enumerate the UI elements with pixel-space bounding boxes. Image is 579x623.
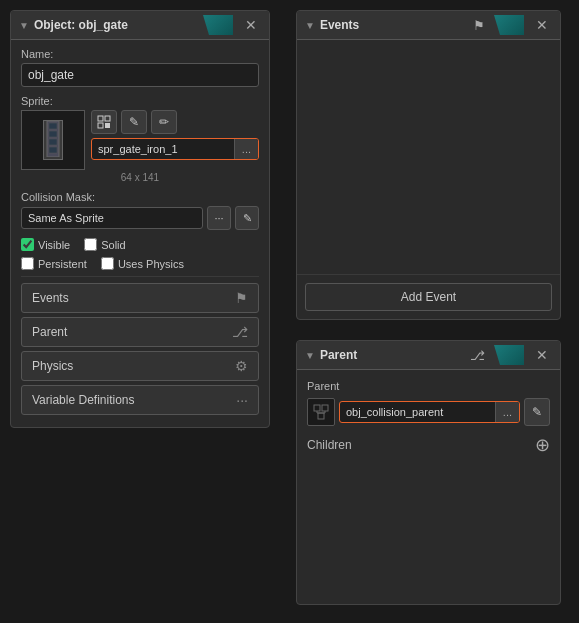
events-panel-close-button[interactable]: ✕ — [532, 16, 552, 34]
parent-edit-button[interactable]: ✎ — [524, 398, 550, 426]
parent-panel-title: ▼ Parent — [305, 348, 357, 362]
add-event-area: Add Event — [297, 274, 560, 319]
sprite-thumb-graphic — [43, 120, 63, 160]
parent-panel-header-icons: ⎇ ✕ — [467, 345, 552, 365]
visible-checkbox-item[interactable]: Visible — [21, 238, 70, 251]
parent-name-row: obj_collision_parent ... — [339, 401, 520, 423]
object-panel-body: Name: Sprite: — [11, 40, 269, 427]
sprite-name-row: spr_gate_iron_1 ... — [91, 138, 259, 160]
visible-checkbox[interactable] — [21, 238, 34, 251]
sprite-new-button[interactable]: ✏ — [151, 110, 177, 134]
events-panel: ▼ Events ⚑ ✕ Add Event — [296, 10, 561, 320]
variable-definitions-button-label: Variable Definitions — [32, 393, 135, 407]
svg-rect-8 — [105, 123, 110, 128]
header-decoration — [203, 15, 233, 35]
sprite-thumbnail — [21, 110, 85, 170]
checkboxes-row-1: Visible Solid — [21, 238, 259, 251]
events-header-decoration — [494, 15, 524, 35]
object-panel: ▼ Object: obj_gate ✕ Name: Sprite: — [10, 10, 270, 428]
parent-field-label: Parent — [307, 380, 550, 392]
object-panel-title-text: Object: obj_gate — [34, 18, 128, 32]
variable-definitions-dots-icon: ··· — [236, 392, 248, 408]
object-panel-close-button[interactable]: ✕ — [241, 16, 261, 34]
solid-checkbox[interactable] — [84, 238, 97, 251]
parent-org-header-icon[interactable]: ⎇ — [467, 347, 488, 364]
parent-body: Parent obj_collision_parent ... ✎ Childr… — [297, 370, 560, 470]
solid-label: Solid — [101, 239, 125, 251]
add-child-button[interactable]: ⊕ — [535, 436, 550, 454]
solid-checkbox-item[interactable]: Solid — [84, 238, 125, 251]
events-panel-header-icons: ⚑ ✕ — [470, 15, 552, 35]
collision-mask-label: Collision Mask: — [21, 191, 259, 203]
events-flag-header-icon[interactable]: ⚑ — [470, 17, 488, 34]
children-header: Children ⊕ — [307, 436, 550, 454]
events-flag-icon: ⚑ — [235, 290, 248, 306]
svg-rect-4 — [49, 147, 57, 153]
parent-dots-button[interactable]: ... — [495, 402, 519, 422]
sprite-top-buttons: ✎ ✏ — [91, 110, 259, 134]
sprite-edit-button[interactable]: ✎ — [121, 110, 147, 134]
uses-physics-checkbox[interactable] — [101, 257, 114, 270]
parent-button-label: Parent — [32, 325, 67, 339]
svg-rect-11 — [318, 413, 324, 419]
parent-input-row: obj_collision_parent ... ✎ — [307, 398, 550, 426]
events-panel-title-text: Events — [320, 18, 359, 32]
collapse-triangle-icon[interactable]: ▼ — [19, 20, 29, 31]
visible-label: Visible — [38, 239, 70, 251]
parent-collapse-icon[interactable]: ▼ — [305, 350, 315, 361]
physics-button-label: Physics — [32, 359, 73, 373]
svg-rect-10 — [322, 405, 328, 411]
parent-panel-close-button[interactable]: ✕ — [532, 346, 552, 364]
parent-button[interactable]: Parent ⎇ — [21, 317, 259, 347]
divider-1 — [21, 276, 259, 277]
events-button[interactable]: Events ⚑ — [21, 283, 259, 313]
svg-rect-7 — [98, 123, 103, 128]
persistent-checkbox-item[interactable]: Persistent — [21, 257, 87, 270]
persistent-checkbox[interactable] — [21, 257, 34, 270]
name-label: Name: — [21, 48, 259, 60]
add-event-button[interactable]: Add Event — [305, 283, 552, 311]
sprite-controls: ✎ ✏ spr_gate_iron_1 ... — [91, 110, 259, 160]
events-button-label: Events — [32, 291, 69, 305]
parent-header-decoration — [494, 345, 524, 365]
checkboxes-row-2: Persistent Uses Physics — [21, 257, 259, 270]
name-input[interactable] — [21, 63, 259, 87]
parent-panel: ▼ Parent ⎇ ✕ Parent obj_collisio — [296, 340, 561, 605]
sprite-label: Sprite: — [21, 95, 259, 107]
sprite-preview-area: ✎ ✏ spr_gate_iron_1 ... — [21, 110, 259, 170]
sprite-dots-button[interactable]: ... — [234, 139, 258, 159]
variable-definitions-button[interactable]: Variable Definitions ··· — [21, 385, 259, 415]
events-panel-header: ▼ Events ⚑ ✕ — [297, 11, 560, 40]
sprite-size-text: 64 x 141 — [21, 172, 259, 183]
collision-mask-row: ··· ✎ — [21, 206, 259, 230]
collision-dots-button[interactable]: ··· — [207, 206, 231, 230]
sprite-name-text: spr_gate_iron_1 — [92, 139, 234, 159]
events-collapse-icon[interactable]: ▼ — [305, 20, 315, 31]
children-label: Children — [307, 438, 352, 452]
uses-physics-label: Uses Physics — [118, 258, 184, 270]
parent-panel-title-text: Parent — [320, 348, 357, 362]
collision-edit-button[interactable]: ✎ — [235, 206, 259, 230]
events-body — [297, 40, 560, 268]
parent-thumbnail — [307, 398, 335, 426]
svg-rect-5 — [98, 116, 103, 121]
object-panel-header: ▼ Object: obj_gate ✕ — [11, 11, 269, 40]
svg-rect-2 — [49, 131, 57, 137]
uses-physics-checkbox-item[interactable]: Uses Physics — [101, 257, 184, 270]
events-panel-title: ▼ Events — [305, 18, 359, 32]
sprite-pick-button[interactable] — [91, 110, 117, 134]
svg-rect-9 — [314, 405, 320, 411]
parent-org-icon: ⎇ — [232, 324, 248, 340]
svg-rect-6 — [105, 116, 110, 121]
object-panel-header-icons: ✕ — [203, 15, 261, 35]
parent-name-text: obj_collision_parent — [340, 402, 495, 422]
persistent-label: Persistent — [38, 258, 87, 270]
object-panel-title: ▼ Object: obj_gate — [19, 18, 128, 32]
parent-panel-header: ▼ Parent ⎇ ✕ — [297, 341, 560, 370]
sprite-section: Sprite: — [21, 95, 259, 183]
collision-mask-input[interactable] — [21, 207, 203, 229]
physics-gear-icon: ⚙ — [235, 358, 248, 374]
svg-rect-3 — [49, 139, 57, 145]
svg-rect-1 — [49, 123, 57, 129]
physics-button[interactable]: Physics ⚙ — [21, 351, 259, 381]
